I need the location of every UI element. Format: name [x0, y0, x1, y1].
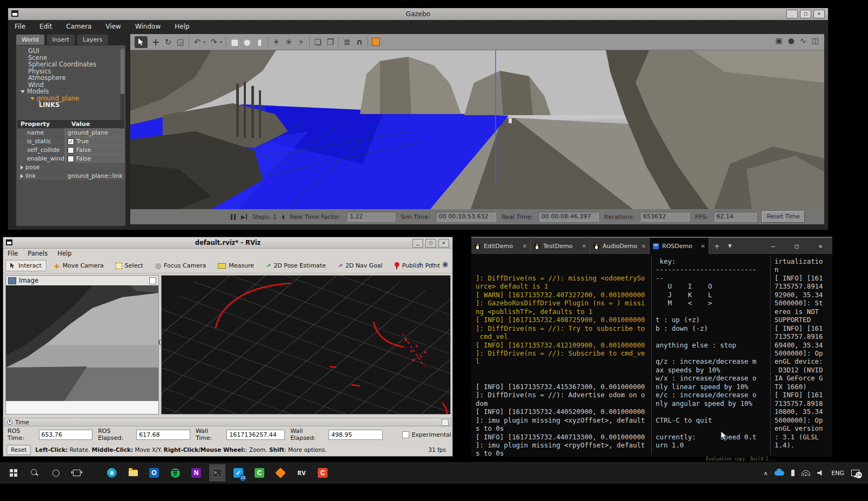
spotify-button[interactable]	[167, 464, 183, 482]
gazebo-titlebar[interactable]: Gazebo _ □ ✕	[8, 8, 828, 20]
ros-elapsed-field[interactable]: 617.68	[136, 430, 190, 440]
menu-view[interactable]: View	[105, 23, 121, 30]
spot-light-icon[interactable]: ✳	[284, 36, 293, 48]
tree-scrollbar[interactable]	[121, 49, 124, 130]
reset-time-button[interactable]: Reset Time	[762, 211, 805, 223]
tray-chevron-icon[interactable]: ∧	[764, 470, 767, 476]
table-row[interactable]: name ground_plane	[17, 129, 124, 137]
edge-button[interactable]: e	[104, 464, 120, 482]
record-video-icon[interactable]: ●	[788, 36, 794, 45]
vscode-button[interactable]: ✓15	[230, 464, 246, 482]
task-view-button[interactable]	[69, 464, 85, 482]
close-tab-icon[interactable]: ✕	[642, 243, 646, 249]
insert-box-icon[interactable]: ■	[230, 36, 239, 48]
notification-icon[interactable]: 24	[851, 470, 859, 476]
splitter-left-arrow[interactable]: ❬	[157, 339, 162, 345]
steps-spinner[interactable]: ▲▼	[282, 214, 285, 219]
menu-help[interactable]: Help	[57, 250, 71, 257]
cortana-button[interactable]	[48, 464, 64, 482]
maximize-button[interactable]: □	[425, 239, 436, 248]
menu-edit[interactable]: Edit	[39, 23, 52, 30]
tree-item-spherical-coordinates[interactable]: Spherical Coordinates	[16, 61, 119, 68]
measure-tool-button[interactable]: Measure	[213, 260, 259, 271]
maximize-button[interactable]: □	[785, 238, 809, 254]
tree-item-ground-plane[interactable]: ground_plane	[16, 95, 119, 102]
menu-panels[interactable]: Panels	[28, 250, 48, 257]
undo-dropdown-icon[interactable]: ▾	[203, 39, 206, 45]
experimental-checkbox[interactable]	[402, 431, 409, 438]
terminal-button[interactable]: >_	[209, 464, 225, 482]
tab-insert[interactable]: Insert	[46, 34, 76, 45]
outlook-button[interactable]: O	[146, 464, 162, 482]
terminal-content[interactable]: ]: DiffDrive(ns = //): missing <odometry…	[471, 254, 832, 458]
maximize-button[interactable]: □	[800, 10, 811, 18]
pose-estimate-tool-button[interactable]: →2D Pose Estimate	[261, 260, 331, 271]
align-tool-icon[interactable]: ≣	[343, 36, 351, 48]
tool-properties-icon[interactable]: ◉	[442, 260, 448, 268]
select-tool-button[interactable]: Select	[111, 260, 148, 271]
tab-layers[interactable]: Layers	[77, 34, 108, 45]
menu-file[interactable]: File	[8, 250, 18, 257]
table-row[interactable]: self_collide False	[17, 146, 124, 154]
minimize-button[interactable]: —	[761, 238, 785, 254]
table-row[interactable]: link ground_plane::link	[17, 172, 124, 180]
tab-audiodemo[interactable]: AudioDemo ✕	[590, 238, 650, 254]
reset-button[interactable]: Reset	[6, 445, 31, 455]
close-tab-icon[interactable]: ✕	[701, 243, 705, 249]
rviz-titlebar[interactable]: default.rviz* - RViz _ □ ✕	[3, 237, 452, 249]
directional-light-icon[interactable]: ⚡	[297, 36, 305, 48]
insert-cylinder-icon[interactable]: ▮	[255, 36, 264, 48]
step-button[interactable]: ▶	[241, 214, 247, 220]
wall-time-field[interactable]: 1617136257.44	[226, 430, 285, 440]
wifi-icon[interactable]	[802, 470, 810, 476]
wall-elapsed-field[interactable]: 498.95	[329, 430, 383, 440]
onenote-button[interactable]: N	[188, 464, 204, 482]
point-light-icon[interactable]: ☀	[272, 36, 281, 48]
pane-separator[interactable]	[651, 256, 652, 455]
screenshot-icon[interactable]: ▣	[776, 36, 783, 45]
image-panel-checkbox[interactable]	[149, 277, 156, 284]
onedrive-icon[interactable]	[774, 471, 784, 476]
search-button[interactable]	[26, 464, 43, 482]
video-camera-icon[interactable]: ◫	[812, 36, 819, 45]
tab-dropdown-button[interactable]: ▼	[725, 238, 735, 254]
tree-item-atmosphere[interactable]: Atmosphere	[16, 75, 119, 82]
move-camera-tool-button[interactable]: +Move Camera	[49, 260, 109, 271]
menu-camera[interactable]: Camera	[66, 23, 91, 30]
checkbox-unchecked[interactable]	[68, 147, 74, 153]
checkbox-checked[interactable]: ✓	[68, 138, 74, 145]
image-panel-header[interactable]: Image	[6, 276, 158, 285]
checkbox-unchecked[interactable]	[68, 156, 74, 162]
table-row[interactable]: pose	[17, 163, 124, 171]
copy-icon[interactable]: ❏	[313, 36, 322, 48]
minimize-button[interactable]: _	[786, 10, 798, 18]
close-button[interactable]: ✕	[809, 238, 832, 254]
close-button[interactable]: ✕	[813, 10, 825, 18]
redo-button[interactable]: ↷	[210, 36, 218, 48]
nav-goal-tool-button[interactable]: →2D Nav Goal	[333, 260, 388, 271]
tree-item-gui[interactable]: GUI	[16, 48, 119, 55]
start-button[interactable]	[5, 464, 22, 482]
scale-tool-icon[interactable]: ◲	[176, 36, 185, 48]
paste-icon[interactable]: ❐	[326, 36, 335, 48]
menu-file[interactable]: File	[15, 23, 25, 30]
app-c-red-button[interactable]: C	[315, 464, 331, 482]
splitter-right-arrow[interactable]: ❭	[448, 339, 452, 345]
tray-pin-icon[interactable]	[791, 470, 794, 476]
table-row[interactable]: is_static ✓True	[17, 137, 124, 145]
add-tool-button[interactable]: +	[417, 260, 423, 268]
menu-help[interactable]: Help	[175, 23, 189, 30]
tab-editdemo[interactable]: EditDemo ✕	[471, 238, 531, 254]
file-explorer-button[interactable]	[125, 464, 141, 482]
joint-creator-icon[interactable]	[372, 38, 380, 46]
volume-icon[interactable]	[817, 470, 824, 476]
interact-tool-button[interactable]: Interact	[5, 260, 46, 271]
focus-camera-tool-button[interactable]: ◎Focus Camera	[150, 259, 211, 272]
tree-item-links[interactable]: LINKS	[16, 102, 119, 109]
close-button[interactable]: ✕	[438, 239, 449, 248]
tab-world[interactable]: World	[16, 34, 45, 45]
undo-button[interactable]: ↶	[193, 36, 202, 48]
app-c-green-button[interactable]: C	[251, 464, 268, 482]
menu-window[interactable]: Window	[135, 23, 161, 30]
rotate-tool-icon[interactable]: ↻	[164, 36, 172, 48]
